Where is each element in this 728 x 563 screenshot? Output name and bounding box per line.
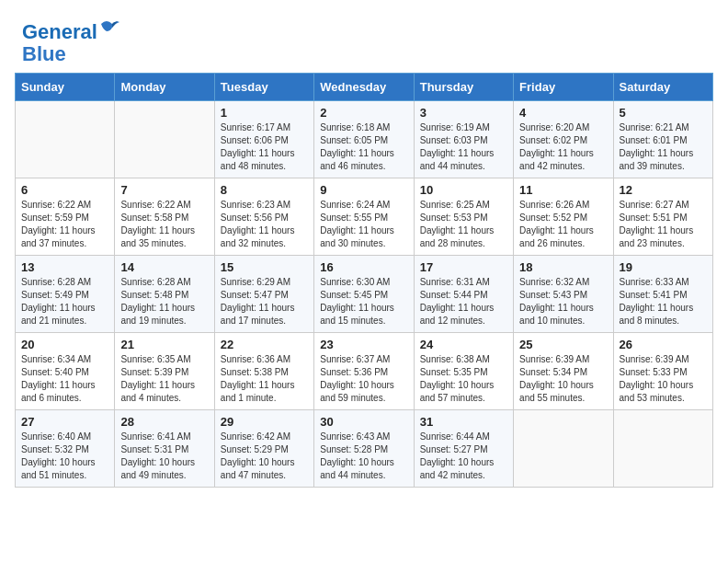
column-header-thursday: Thursday	[414, 74, 513, 101]
cell-content: Sunrise: 6:29 AMSunset: 5:47 PMDaylight:…	[221, 277, 295, 326]
calendar-cell: 7Sunrise: 6:22 AMSunset: 5:58 PMDaylight…	[115, 178, 214, 256]
cell-content: Sunrise: 6:39 AMSunset: 5:34 PMDaylight:…	[519, 354, 594, 403]
calendar-cell	[115, 101, 214, 178]
day-number: 18	[519, 260, 607, 274]
calendar-cell: 16Sunrise: 6:30 AMSunset: 5:45 PMDayligh…	[314, 256, 414, 333]
calendar-cell: 30Sunrise: 6:43 AMSunset: 5:28 PMDayligh…	[314, 410, 414, 488]
calendar-cell: 1Sunrise: 6:17 AMSunset: 6:06 PMDaylight…	[214, 101, 313, 178]
calendar-cell: 27Sunrise: 6:40 AMSunset: 5:32 PMDayligh…	[16, 410, 115, 488]
calendar-cell: 26Sunrise: 6:39 AMSunset: 5:33 PMDayligh…	[613, 333, 712, 410]
calendar-cell: 9Sunrise: 6:24 AMSunset: 5:55 PMDaylight…	[314, 178, 414, 256]
calendar-cell	[16, 101, 115, 178]
column-header-tuesday: Tuesday	[214, 74, 313, 101]
cell-content: Sunrise: 6:26 AMSunset: 5:52 PMDaylight:…	[519, 200, 594, 248]
cell-content: Sunrise: 6:28 AMSunset: 5:48 PMDaylight:…	[120, 277, 195, 326]
cell-content: Sunrise: 6:44 AMSunset: 5:27 PMDaylight:…	[420, 431, 495, 480]
calendar-cell: 20Sunrise: 6:34 AMSunset: 5:40 PMDayligh…	[16, 333, 115, 410]
calendar-week-row: 1Sunrise: 6:17 AMSunset: 6:06 PMDaylight…	[16, 101, 713, 178]
calendar-cell: 29Sunrise: 6:42 AMSunset: 5:29 PMDayligh…	[214, 410, 313, 488]
cell-content: Sunrise: 6:40 AMSunset: 5:32 PMDaylight:…	[21, 431, 96, 480]
calendar-cell: 17Sunrise: 6:31 AMSunset: 5:44 PMDayligh…	[414, 256, 513, 333]
cell-content: Sunrise: 6:22 AMSunset: 5:58 PMDaylight:…	[120, 200, 195, 248]
day-number: 14	[120, 260, 208, 274]
calendar-cell: 23Sunrise: 6:37 AMSunset: 5:36 PMDayligh…	[314, 333, 414, 410]
cell-content: Sunrise: 6:23 AMSunset: 5:56 PMDaylight:…	[221, 200, 295, 248]
logo-bird-icon	[99, 17, 121, 39]
cell-content: Sunrise: 6:28 AMSunset: 5:49 PMDaylight:…	[21, 277, 96, 326]
day-number: 4	[519, 106, 607, 120]
day-number: 5	[620, 106, 707, 120]
calendar-week-row: 6Sunrise: 6:22 AMSunset: 5:59 PMDaylight…	[16, 178, 713, 256]
day-number: 3	[420, 106, 507, 120]
day-number: 8	[221, 183, 308, 197]
calendar-cell: 2Sunrise: 6:18 AMSunset: 6:05 PMDaylight…	[314, 101, 414, 178]
calendar-cell: 18Sunrise: 6:32 AMSunset: 5:43 PMDayligh…	[514, 256, 613, 333]
cell-content: Sunrise: 6:39 AMSunset: 5:33 PMDaylight:…	[620, 354, 694, 403]
calendar-cell: 31Sunrise: 6:44 AMSunset: 5:27 PMDayligh…	[414, 410, 513, 488]
cell-content: Sunrise: 6:19 AMSunset: 6:03 PMDaylight:…	[420, 122, 495, 171]
calendar-cell: 22Sunrise: 6:36 AMSunset: 5:38 PMDayligh…	[214, 333, 313, 410]
calendar-cell: 14Sunrise: 6:28 AMSunset: 5:48 PMDayligh…	[115, 256, 214, 333]
calendar-cell: 21Sunrise: 6:35 AMSunset: 5:39 PMDayligh…	[115, 333, 214, 410]
calendar-table: SundayMondayTuesdayWednesdayThursdayFrid…	[15, 73, 713, 488]
day-number: 30	[320, 415, 407, 429]
cell-content: Sunrise: 6:27 AMSunset: 5:51 PMDaylight:…	[620, 200, 694, 248]
cell-content: Sunrise: 6:17 AMSunset: 6:06 PMDaylight:…	[221, 122, 295, 171]
calendar-cell: 25Sunrise: 6:39 AMSunset: 5:34 PMDayligh…	[514, 333, 613, 410]
calendar-week-row: 13Sunrise: 6:28 AMSunset: 5:49 PMDayligh…	[16, 256, 713, 333]
calendar-cell	[613, 410, 712, 488]
day-number: 24	[420, 338, 507, 351]
cell-content: Sunrise: 6:31 AMSunset: 5:44 PMDaylight:…	[420, 277, 495, 326]
column-header-friday: Friday	[514, 74, 613, 101]
calendar-cell: 4Sunrise: 6:20 AMSunset: 6:02 PMDaylight…	[514, 101, 613, 178]
column-header-saturday: Saturday	[613, 74, 712, 101]
column-header-monday: Monday	[115, 74, 214, 101]
day-number: 20	[21, 338, 108, 351]
calendar-cell: 19Sunrise: 6:33 AMSunset: 5:41 PMDayligh…	[613, 256, 712, 333]
cell-content: Sunrise: 6:43 AMSunset: 5:28 PMDaylight:…	[320, 431, 394, 480]
cell-content: Sunrise: 6:42 AMSunset: 5:29 PMDaylight:…	[221, 431, 295, 480]
day-number: 12	[620, 183, 707, 197]
cell-content: Sunrise: 6:30 AMSunset: 5:45 PMDaylight:…	[320, 277, 394, 326]
cell-content: Sunrise: 6:20 AMSunset: 6:02 PMDaylight:…	[519, 122, 594, 171]
calendar-cell: 3Sunrise: 6:19 AMSunset: 6:03 PMDaylight…	[414, 101, 513, 178]
calendar-week-row: 27Sunrise: 6:40 AMSunset: 5:32 PMDayligh…	[16, 410, 713, 488]
day-number: 26	[620, 338, 707, 351]
cell-content: Sunrise: 6:25 AMSunset: 5:53 PMDaylight:…	[420, 200, 495, 248]
calendar-cell: 24Sunrise: 6:38 AMSunset: 5:35 PMDayligh…	[414, 333, 513, 410]
calendar-cell: 15Sunrise: 6:29 AMSunset: 5:47 PMDayligh…	[214, 256, 313, 333]
day-number: 6	[21, 183, 108, 197]
day-number: 9	[320, 183, 407, 197]
day-number: 16	[320, 260, 407, 274]
day-number: 17	[420, 260, 507, 274]
logo-general: General	[22, 20, 97, 43]
column-header-sunday: Sunday	[16, 74, 115, 101]
calendar-cell: 6Sunrise: 6:22 AMSunset: 5:59 PMDaylight…	[16, 178, 115, 256]
cell-content: Sunrise: 6:35 AMSunset: 5:39 PMDaylight:…	[120, 354, 195, 403]
logo-text: General Blue	[22, 17, 121, 65]
cell-content: Sunrise: 6:33 AMSunset: 5:41 PMDaylight:…	[620, 277, 694, 326]
day-number: 21	[120, 338, 208, 351]
page-header: General Blue	[0, 0, 728, 73]
day-number: 22	[221, 338, 308, 351]
calendar-cell: 10Sunrise: 6:25 AMSunset: 5:53 PMDayligh…	[414, 178, 513, 256]
cell-content: Sunrise: 6:38 AMSunset: 5:35 PMDaylight:…	[420, 354, 495, 403]
cell-content: Sunrise: 6:18 AMSunset: 6:05 PMDaylight:…	[320, 122, 394, 171]
day-number: 7	[120, 183, 208, 197]
cell-content: Sunrise: 6:21 AMSunset: 6:01 PMDaylight:…	[620, 122, 694, 171]
cell-content: Sunrise: 6:36 AMSunset: 5:38 PMDaylight:…	[221, 354, 295, 403]
calendar-header-row: SundayMondayTuesdayWednesdayThursdayFrid…	[16, 74, 713, 101]
calendar-cell: 13Sunrise: 6:28 AMSunset: 5:49 PMDayligh…	[16, 256, 115, 333]
day-number: 28	[120, 415, 208, 429]
day-number: 13	[21, 260, 108, 274]
calendar-cell: 12Sunrise: 6:27 AMSunset: 5:51 PMDayligh…	[613, 178, 712, 256]
calendar-cell: 11Sunrise: 6:26 AMSunset: 5:52 PMDayligh…	[514, 178, 613, 256]
calendar-cell: 5Sunrise: 6:21 AMSunset: 6:01 PMDaylight…	[613, 101, 712, 178]
day-number: 10	[420, 183, 507, 197]
calendar-wrapper: SundayMondayTuesdayWednesdayThursdayFrid…	[0, 73, 728, 502]
day-number: 27	[21, 415, 108, 429]
day-number: 23	[320, 338, 407, 351]
calendar-week-row: 20Sunrise: 6:34 AMSunset: 5:40 PMDayligh…	[16, 333, 713, 410]
cell-content: Sunrise: 6:37 AMSunset: 5:36 PMDaylight:…	[320, 354, 394, 403]
day-number: 19	[620, 260, 707, 274]
